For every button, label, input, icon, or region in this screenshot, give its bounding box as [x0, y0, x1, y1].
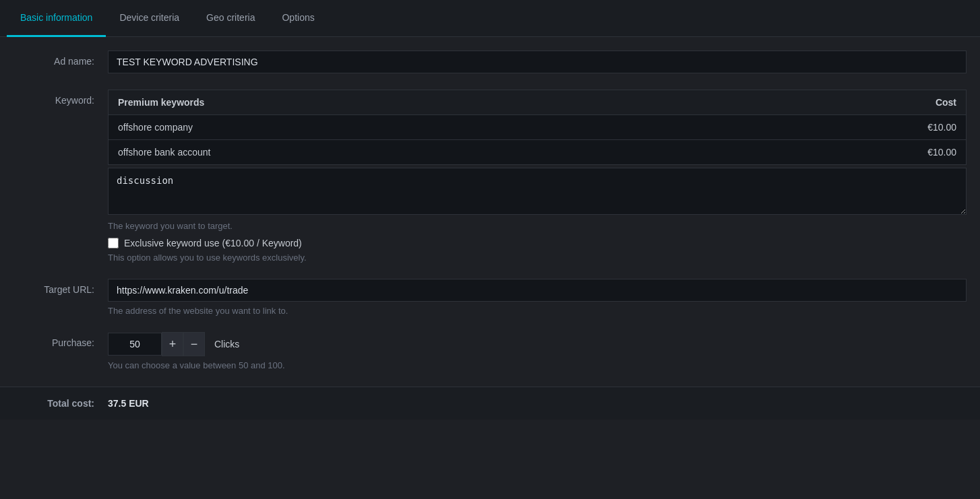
ad-name-row: Ad name: — [0, 51, 980, 73]
keyword-row: Keyword: Premium keywords Cost offshore … — [0, 90, 980, 263]
purchase-label: Purchase: — [13, 332, 108, 348]
ad-name-input[interactable] — [108, 51, 967, 73]
clicks-label: Clicks — [214, 339, 239, 350]
table-row: offshore company €10.00 — [109, 115, 967, 140]
total-cost-row: Total cost: 37.5 EUR — [0, 387, 980, 420]
target-url-hint: The address of the website you want to l… — [108, 306, 967, 316]
ad-name-label: Ad name: — [13, 51, 108, 67]
exclusive-checkbox-row: Exclusive keyword use (€10.00 / Keyword) — [108, 238, 967, 248]
col-keywords-header: Premium keywords — [109, 90, 708, 115]
tab-geo-criteria[interactable]: Geo criteria — [193, 0, 268, 37]
keyword-hint: The keyword you want to target. — [108, 221, 967, 231]
keyword-textarea[interactable] — [108, 168, 967, 215]
exclusive-hint: This option allows you to use keywords e… — [108, 253, 967, 263]
tab-options[interactable]: Options — [268, 0, 328, 37]
keyword-content: Premium keywords Cost offshore company €… — [108, 90, 967, 263]
total-cost-value: 37.5 EUR — [108, 398, 149, 409]
form-content: Ad name: Keyword: Premium keywords Cost … — [0, 37, 980, 433]
total-cost-label: Total cost: — [13, 398, 108, 409]
cost-cell: €10.00 — [708, 140, 967, 165]
tab-basic-information[interactable]: Basic information — [7, 0, 106, 37]
table-row: offshore bank account €10.00 — [109, 140, 967, 165]
exclusive-checkbox[interactable] — [108, 238, 119, 248]
tab-bar: Basic information Device criteria Geo cr… — [0, 0, 980, 37]
purchase-input[interactable] — [108, 333, 162, 356]
target-url-input[interactable] — [108, 279, 967, 302]
target-url-label: Target URL: — [13, 279, 108, 295]
purchase-minus-button[interactable]: − — [183, 332, 205, 356]
keyword-textarea-wrapper — [108, 165, 967, 217]
purchase-control: + − Clicks — [108, 332, 967, 356]
keyword-cell: offshore bank account — [109, 140, 708, 165]
purchase-row: Purchase: + − Clicks You can choose a va… — [0, 332, 980, 370]
purchase-plus-button[interactable]: + — [162, 332, 183, 356]
col-cost-header: Cost — [708, 90, 967, 115]
target-url-field-wrapper: The address of the website you want to l… — [108, 279, 967, 316]
target-url-row: Target URL: The address of the website y… — [0, 279, 980, 316]
cost-cell: €10.00 — [708, 115, 967, 140]
tab-device-criteria[interactable]: Device criteria — [106, 0, 193, 37]
keyword-cell: offshore company — [109, 115, 708, 140]
ad-name-field-wrapper — [108, 51, 967, 73]
premium-keywords-table: Premium keywords Cost offshore company €… — [108, 90, 967, 165]
keyword-label: Keyword: — [13, 90, 108, 106]
purchase-hint: You can choose a value between 50 and 10… — [108, 360, 967, 370]
purchase-content: + − Clicks You can choose a value betwee… — [108, 332, 967, 370]
exclusive-checkbox-label[interactable]: Exclusive keyword use (€10.00 / Keyword) — [124, 238, 302, 248]
